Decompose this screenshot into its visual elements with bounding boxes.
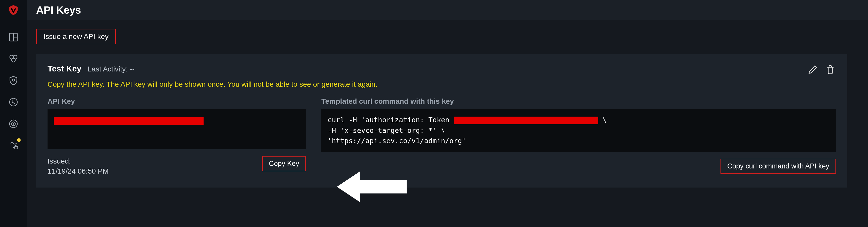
issued-block: Issued: 11/19/24 06:50 PM [48,156,109,176]
curl-line-1-suffix: \ [598,116,607,124]
api-key-name: Test Key [48,64,82,74]
svg-rect-11 [15,146,18,149]
svg-point-7 [9,98,17,106]
svg-point-5 [11,58,16,62]
issued-label: Issued: [48,157,71,165]
edit-icon[interactable] [807,64,818,75]
copy-key-button[interactable]: Copy Key [262,156,306,171]
redacted-token [454,117,598,124]
content-area: Issue a new API key Test Key Last Activi… [27,20,868,227]
curl-label: Templated curl command with this key [321,97,836,106]
delete-icon[interactable] [825,64,836,75]
api-key-value-box[interactable] [48,109,306,149]
main-content: API Keys Issue a new API key Test Key La… [27,0,868,227]
security-icon[interactable] [8,75,19,86]
api-key-label: API Key [48,97,306,106]
curl-command-box[interactable]: curl -H 'authorization: Token \ -H 'x-se… [321,109,836,152]
issued-value: 11/19/24 06:50 PM [48,167,109,175]
issue-new-api-key-button[interactable]: Issue a new API key [36,29,116,44]
targets-icon[interactable] [8,118,19,129]
svg-point-6 [12,79,14,81]
curl-line-1-prefix: curl -H 'authorization: Token [328,116,449,124]
redacted-api-key [54,117,204,125]
last-activity-label: Last Activity: -- [88,65,134,73]
brand-logo-icon[interactable] [7,4,20,16]
topbar: API Keys [27,0,868,20]
page-title: API Keys [36,4,81,16]
activity-icon[interactable] [8,97,19,108]
copy-curl-button[interactable]: Copy curl command with API key [720,159,836,174]
sidebar [0,0,27,227]
curl-column: Templated curl command with this key cur… [321,97,836,176]
curl-line-3: 'https://api.sev.co/v1/admin/org' [328,137,466,145]
integrations-icon[interactable] [8,140,19,151]
notification-dot-icon [17,138,21,142]
curl-line-2: -H 'x-sevco-target-org: *' \ [328,126,445,135]
dashboard-icon[interactable] [8,32,19,43]
svg-point-10 [13,123,14,124]
api-key-card: Test Key Last Activity: -- Copy the API … [36,54,847,188]
inventory-icon[interactable] [8,53,19,65]
api-key-column: API Key Issued: 11/19/24 06:50 PM Copy K… [48,97,306,176]
copy-warning-text: Copy the API key. The API key will only … [48,80,836,88]
